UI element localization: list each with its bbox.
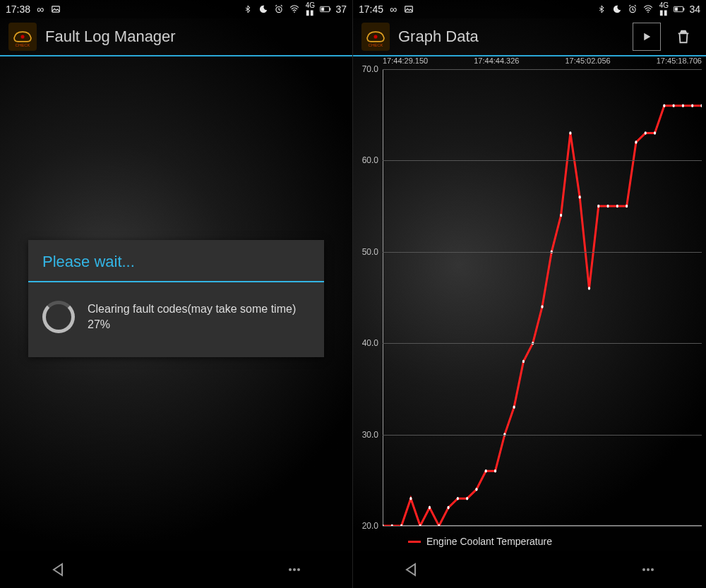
svg-rect-16 (675, 8, 678, 11)
picture-icon (50, 4, 61, 15)
play-button[interactable] (633, 23, 661, 51)
x-axis-ticks: 17:44:29.15017:44:44.32617:45:02.05617:4… (383, 56, 702, 69)
battery-percent: 37 (335, 4, 347, 15)
x-tick: 17:45:02.056 (566, 56, 611, 69)
dialog-title: Please wait... (28, 240, 324, 282)
bluetooth-icon (596, 4, 607, 15)
y-tick: 60.0 (362, 155, 378, 165)
svg-point-39 (569, 131, 571, 135)
battery-percent: 34 (689, 4, 700, 15)
svg-point-8 (289, 568, 292, 571)
signal-icon: 4G▮▮ (304, 4, 316, 15)
svg-point-43 (606, 205, 609, 208)
battery-icon (320, 4, 331, 15)
svg-point-55 (647, 568, 650, 571)
phone-right: 17:45 ∞ 4G▮▮ 34 (353, 0, 706, 588)
spinner-icon (42, 301, 75, 333)
alarm-icon (627, 4, 638, 15)
status-bar: 17:38 ∞ 4G▮▮ 37 (0, 0, 352, 18)
svg-point-42 (597, 205, 599, 208)
svg-point-38 (560, 214, 562, 217)
battery-icon (674, 4, 685, 15)
y-tick: 30.0 (362, 430, 378, 440)
svg-point-44 (616, 205, 618, 208)
app-logo-icon: CHECK (361, 23, 390, 51)
svg-point-33 (513, 406, 515, 409)
svg-point-2 (294, 11, 296, 13)
content-area: Please wait... Clearing fault codes(may … (0, 56, 352, 551)
svg-point-52 (691, 104, 693, 107)
svg-rect-4 (330, 8, 331, 11)
recents-button[interactable] (633, 554, 664, 585)
svg-point-29 (475, 488, 477, 491)
svg-point-24 (429, 506, 431, 510)
legend-swatch-icon (408, 541, 421, 543)
dialog-message: Clearing fault codes(may take some time)… (88, 301, 310, 332)
y-tick: 70.0 (362, 64, 378, 74)
svg-text:CHECK: CHECK (16, 43, 30, 47)
svg-point-30 (485, 469, 487, 473)
svg-text:CHECK: CHECK (369, 43, 383, 47)
back-button[interactable] (395, 554, 426, 585)
svg-point-50 (673, 104, 675, 107)
svg-point-13 (648, 11, 650, 13)
svg-point-26 (447, 506, 449, 510)
svg-point-10 (297, 568, 300, 571)
svg-point-9 (293, 568, 296, 571)
x-tick: 17:44:29.150 (383, 56, 428, 69)
svg-point-54 (642, 568, 645, 571)
svg-rect-15 (684, 8, 685, 11)
svg-rect-11 (405, 6, 413, 12)
svg-rect-0 (52, 6, 60, 12)
page-title: Graph Data (398, 28, 624, 46)
svg-point-46 (635, 140, 637, 144)
svg-point-53 (700, 104, 702, 107)
svg-point-41 (588, 287, 590, 290)
svg-point-51 (682, 104, 684, 107)
legend-label: Engine Coolant Temperature (426, 536, 552, 547)
progress-dialog: Please wait... Clearing fault codes(may … (28, 240, 324, 357)
y-tick: 50.0 (362, 247, 378, 257)
svg-point-45 (626, 205, 628, 208)
phone-left: 17:38 ∞ 4G▮▮ 37 (0, 0, 353, 588)
infinity-icon: ∞ (388, 4, 399, 15)
recents-button[interactable] (279, 554, 310, 585)
chart-legend: Engine Coolant Temperature (408, 536, 552, 547)
svg-point-48 (654, 131, 656, 135)
svg-point-6 (20, 35, 24, 38)
svg-rect-5 (321, 8, 324, 11)
plot-area (383, 69, 702, 526)
signal-icon: 4G▮▮ (658, 4, 669, 15)
page-title: Fault Log Manager (45, 28, 344, 46)
svg-point-47 (645, 131, 647, 135)
back-button[interactable] (42, 554, 73, 585)
moon-icon (611, 4, 623, 15)
alarm-icon (273, 4, 285, 15)
svg-point-49 (663, 104, 665, 107)
x-tick: 17:45:18.706 (657, 56, 702, 69)
wifi-icon (642, 4, 654, 15)
picture-icon (403, 4, 414, 15)
y-axis-ticks: 20.030.040.050.060.070.0 (353, 69, 383, 526)
y-tick: 40.0 (362, 338, 378, 348)
status-time: 17:38 (6, 4, 30, 15)
chart-area[interactable]: 17:44:29.15017:44:44.32617:45:02.05617:4… (353, 56, 706, 551)
nav-bar (353, 551, 706, 588)
app-logo-icon: CHECK (8, 23, 37, 51)
svg-point-56 (651, 568, 654, 571)
status-time: 17:45 (359, 4, 383, 15)
svg-point-17 (373, 35, 377, 38)
y-tick: 20.0 (362, 521, 378, 531)
bluetooth-icon (242, 4, 253, 15)
app-bar: CHECK Fault Log Manager (0, 18, 352, 56)
svg-point-22 (409, 497, 412, 500)
svg-point-40 (579, 196, 581, 199)
nav-bar (0, 551, 352, 588)
wifi-icon (289, 4, 300, 15)
svg-point-27 (457, 497, 459, 500)
svg-point-28 (466, 497, 468, 500)
svg-point-31 (494, 469, 496, 473)
moon-icon (258, 4, 269, 15)
delete-button[interactable] (669, 23, 698, 51)
svg-point-34 (522, 360, 525, 364)
